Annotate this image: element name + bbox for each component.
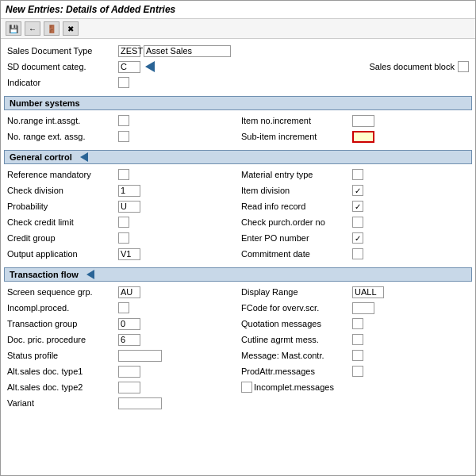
sales-doc-block-label: Sales document block xyxy=(344,62,455,71)
sales-doc-type-label: Sales Document Type xyxy=(7,46,118,56)
doc-pric-procedure-input[interactable] xyxy=(118,334,140,346)
sales-doc-type-row: Sales Document Type ZEST xyxy=(7,44,469,58)
check-credit-limit-checkbox[interactable] xyxy=(118,217,129,228)
probability-input[interactable] xyxy=(118,201,140,213)
prodattr-messages-checkbox[interactable] xyxy=(352,366,363,377)
reference-mandatory-checkbox[interactable] xyxy=(118,169,129,180)
top-fields: Sales Document Type ZEST SD document cat… xyxy=(4,42,472,93)
enter-po-number-label: Enter PO number xyxy=(241,233,352,243)
item-no-increment-input[interactable] xyxy=(352,115,374,127)
check-purch-order-checkbox[interactable] xyxy=(352,217,363,228)
number-systems-body: No.range int.assgt. No. range ext. assg.… xyxy=(4,112,472,147)
alt-sales-doc-type2-input[interactable] xyxy=(118,382,140,393)
main-window: New Entries: Details of Added Entries 💾 … xyxy=(0,0,476,476)
alt-sales-doc-type2-label: Alt.sales doc. type2 xyxy=(7,382,118,392)
quotation-messages-label: Quotation messages xyxy=(241,319,352,328)
message-mast-contr-checkbox[interactable] xyxy=(352,350,363,361)
check-division-label: Check division xyxy=(7,186,118,195)
display-range-input[interactable] xyxy=(352,286,384,298)
alt-sales-doc-type1-row: Alt.sales doc. type1 xyxy=(7,364,235,378)
item-division-label: Item division xyxy=(241,186,352,195)
no-range-int-label: No.range int.assgt. xyxy=(7,116,118,125)
read-info-record-label: Read info record xyxy=(241,202,352,211)
check-division-input[interactable] xyxy=(118,185,140,197)
sd-doc-categ-label: SD document categ. xyxy=(7,62,118,71)
title-bar: New Entries: Details of Added Entries xyxy=(1,1,475,19)
alt-sales-doc-type1-input[interactable] xyxy=(118,366,140,378)
alt-sales-doc-type1-label: Alt.sales doc. type1 xyxy=(7,367,118,376)
credit-group-checkbox[interactable] xyxy=(118,232,129,244)
material-entry-type-checkbox[interactable] xyxy=(352,169,363,180)
status-profile-label: Status profile xyxy=(7,351,118,360)
incomplet-messages-label: Incomplet.messages xyxy=(254,382,365,392)
item-division-checkbox[interactable] xyxy=(352,185,363,196)
indicator-checkbox[interactable] xyxy=(118,77,129,88)
no-range-ext-checkbox[interactable] xyxy=(118,131,129,142)
screen-sequence-grp-input[interactable] xyxy=(118,286,140,298)
transaction-flow-label: Transaction flow xyxy=(10,270,79,279)
transaction-flow-left: Screen sequence grp. Incompl.proced. Tra… xyxy=(7,285,241,412)
item-no-increment-label: Item no.increment xyxy=(241,116,352,125)
cutline-agrmt-checkbox[interactable] xyxy=(352,334,363,345)
incompl-proced-checkbox[interactable] xyxy=(118,302,129,313)
material-entry-type-label: Material entry type xyxy=(241,170,352,179)
sales-doc-block-checkbox[interactable] xyxy=(458,61,469,72)
general-control-right: Material entry type Item division Read i… xyxy=(241,167,469,263)
doc-pric-procedure-row: Doc. pric. procedure xyxy=(7,332,235,347)
incomplet-messages-checkbox[interactable] xyxy=(241,382,252,393)
sales-doc-type-value[interactable] xyxy=(144,45,231,57)
exit-button[interactable]: 🚪 xyxy=(44,21,60,36)
check-credit-limit-label: Check credit limit xyxy=(7,217,118,227)
transaction-group-label: Transaction group xyxy=(7,319,118,328)
transaction-flow-header: Transaction flow xyxy=(4,267,472,282)
window-title: New Entries: Details of Added Entries xyxy=(6,4,175,15)
general-control-body: Reference mandatory Check division Proba… xyxy=(4,166,472,264)
incompl-proced-row: Incompl.proced. xyxy=(7,301,235,315)
save-button[interactable]: 💾 xyxy=(6,21,21,36)
number-systems-header: Number systems xyxy=(4,96,472,110)
commitment-date-checkbox[interactable] xyxy=(352,248,363,259)
credit-group-row: Credit group xyxy=(7,231,235,245)
read-info-record-checkbox[interactable] xyxy=(352,201,363,212)
general-control-arrow xyxy=(80,152,88,162)
message-mast-contr-row: Message: Mast.contr. xyxy=(241,348,469,363)
general-control-left: Reference mandatory Check division Proba… xyxy=(7,167,241,263)
transaction-group-input[interactable] xyxy=(118,318,140,330)
fcode-overv-scr-row: FCode for overv.scr. xyxy=(241,301,469,315)
general-control-header: General cortrol xyxy=(4,150,472,164)
probability-label: Probability xyxy=(7,202,118,211)
general-control-label: General cortrol xyxy=(10,152,72,162)
alt-sales-doc-type2-row: Alt.sales doc. type2 xyxy=(7,380,235,394)
check-purch-order-label: Check purch.order no xyxy=(241,217,352,227)
display-range-label: Display Range xyxy=(241,287,352,297)
fcode-overv-scr-input[interactable] xyxy=(352,302,374,314)
cutline-agrmt-row: Cutline agrmt mess. xyxy=(241,332,469,347)
sd-doc-categ-input[interactable] xyxy=(118,61,140,73)
reference-mandatory-row: Reference mandatory xyxy=(7,167,235,182)
enter-po-number-checkbox[interactable] xyxy=(352,232,363,244)
sales-doc-type-code[interactable]: ZEST xyxy=(118,45,140,57)
toolbar: 💾 ← 🚪 ✖ xyxy=(1,19,475,39)
sub-item-increment-label: Sub-item increment xyxy=(241,132,352,141)
back-button[interactable]: ← xyxy=(25,21,40,36)
status-profile-input[interactable] xyxy=(118,350,162,362)
indicator-label: Indicator xyxy=(7,78,118,87)
sub-item-increment-input[interactable] xyxy=(352,131,374,143)
transaction-group-row: Transaction group xyxy=(7,317,235,331)
output-application-input[interactable] xyxy=(118,248,140,260)
quotation-messages-checkbox[interactable] xyxy=(352,318,363,329)
message-mast-contr-label: Message: Mast.contr. xyxy=(241,351,352,360)
transaction-flow-arrow xyxy=(86,270,94,279)
indicator-row: Indicator xyxy=(7,75,469,90)
number-systems-left: No.range int.assgt. No. range ext. assg. xyxy=(7,113,241,145)
content-area: Sales Document Type ZEST SD document cat… xyxy=(1,39,475,475)
no-range-ext-label: No. range ext. assg. xyxy=(7,132,118,141)
variant-input[interactable] xyxy=(118,397,162,409)
no-range-int-checkbox[interactable] xyxy=(118,115,129,126)
reference-mandatory-label: Reference mandatory xyxy=(7,170,118,179)
item-no-increment-row: Item no.increment xyxy=(241,113,469,128)
probability-row: Probability xyxy=(7,199,235,213)
screen-sequence-grp-label: Screen sequence grp. xyxy=(7,287,118,297)
cancel-button[interactable]: ✖ xyxy=(63,21,79,36)
credit-group-label: Credit group xyxy=(7,233,118,243)
